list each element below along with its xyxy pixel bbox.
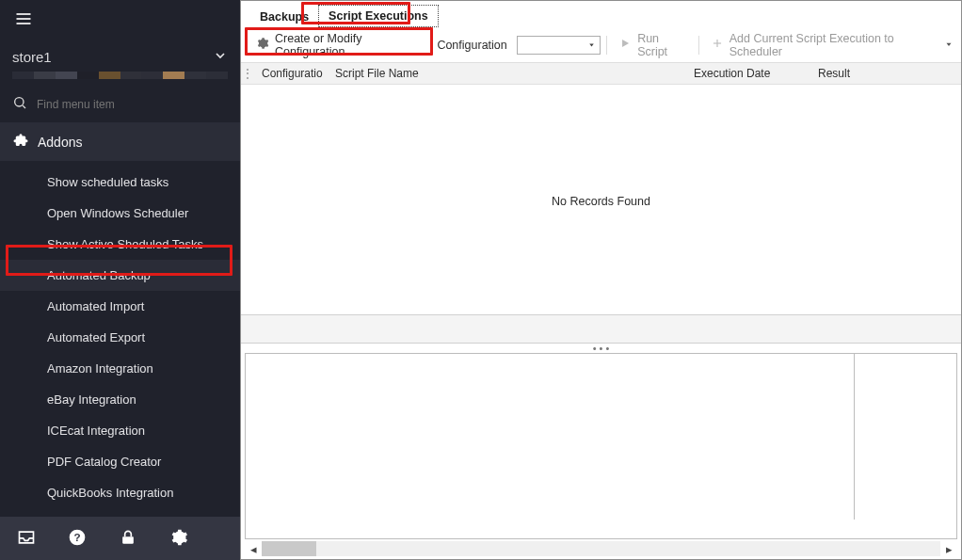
help-icon[interactable]: ? [68,528,87,550]
column-result[interactable]: Result [810,67,961,80]
section-title: Addons [38,135,82,150]
svg-rect-7 [122,536,134,544]
svg-marker-12 [947,43,952,46]
grid-footer [241,315,961,344]
svg-text:?: ? [73,531,80,543]
sidebar-item-automated-import[interactable]: Automated Import [0,291,240,322]
no-records-label: No Records Found [241,195,961,208]
svg-point-3 [15,98,24,106]
grid-body: No Records Found [241,85,961,315]
grid-header: ⋮ Configuratio Script File Name Executio… [241,63,961,85]
horizontal-splitter[interactable]: • • • [241,344,961,353]
section-header-addons[interactable]: Addons [0,122,240,161]
sidebar-item-automated-export[interactable]: Automated Export [0,322,240,353]
add-to-scheduler-button[interactable]: Add Current Script Execution to Schedule… [705,29,938,61]
sidebar-menu: Show scheduled tasksOpen Windows Schedul… [0,161,240,517]
sidebar-item-ebay-integration[interactable]: eBay Integration [0,384,240,415]
sidebar-item-amazon-integration[interactable]: Amazon Integration [0,353,240,384]
main-panel: Backups Script Executions Create or Modi… [240,0,962,560]
toolbar-separator [698,36,699,55]
scroll-thumb[interactable] [262,541,316,556]
tab-script-executions[interactable]: Script Executions [318,5,439,27]
sidebar-bottom-bar: ? [0,517,240,560]
sidebar: store1 Addons Show scheduled tasksOpen W… [0,0,240,560]
sidebar-item-show-scheduled-tasks[interactable]: Show scheduled tasks [0,167,240,198]
sidebar-item-pdf-catalog-creator[interactable]: PDF Catalog Creator [0,446,240,477]
sidebar-item-show-active-sheduled-tasks[interactable]: Show Active Sheduled Tasks [0,229,240,260]
tab-backups[interactable]: Backups [250,7,318,27]
sidebar-item-open-windows-scheduler[interactable]: Open Windows Scheduler [0,198,240,229]
sidebar-item-quickbooks-online[interactable]: QuickBooks Online [0,508,240,517]
create-or-modify-configuration-label: Create or Modify Configuration [275,32,422,58]
toolbar-separator [606,36,607,55]
detail-pane-divider [854,354,855,520]
plus-icon [711,37,724,53]
store-color-stripes [12,72,228,81]
hamburger-menu-button[interactable] [0,0,240,37]
play-icon [618,37,632,53]
lock-icon[interactable] [119,528,137,550]
add-to-scheduler-label: Add Current Script Execution to Schedule… [730,32,933,58]
search-icon [12,95,27,113]
toolbar: Create or Modify Configuration Configura… [241,27,961,63]
sidebar-item-quickbooks-integration[interactable]: QuickBooks Integration [0,477,240,508]
column-configuration[interactable]: Configuratio [254,67,328,80]
sidebar-item-automated-backup[interactable]: Automated Backup [0,260,240,291]
scroll-track[interactable] [262,541,940,556]
detail-pane [245,353,957,539]
menu-search-input[interactable] [37,98,228,111]
scroll-right-arrow[interactable]: ▸ [940,542,957,556]
toolbar-overflow[interactable] [944,38,954,52]
grid-handle-icon[interactable]: ⋮ [241,67,254,80]
scroll-left-arrow[interactable]: ◂ [245,542,262,556]
run-script-label: Run Script [637,32,687,58]
menu-search[interactable] [0,88,240,122]
chevron-down-icon [213,48,228,66]
puzzle-icon [12,132,29,152]
create-or-modify-configuration-button[interactable]: Create or Modify Configuration [250,29,427,61]
main-tabs: Backups Script Executions [241,1,961,27]
column-execution-date[interactable]: Execution Date [686,67,810,80]
configuration-dropdown[interactable] [517,36,601,55]
inbox-icon[interactable] [17,528,36,550]
store-name: store1 [12,49,213,65]
configuration-label: Configuration [433,39,506,52]
column-script-file-name[interactable]: Script File Name [328,67,686,80]
svg-marker-9 [622,40,629,47]
svg-line-4 [23,105,25,108]
sidebar-item-icecat-integration[interactable]: ICEcat Integration [0,415,240,446]
svg-marker-8 [589,43,594,46]
run-script-button[interactable]: Run Script [613,29,693,61]
horizontal-scrollbar[interactable]: ◂ ▸ [245,539,957,558]
store-selector[interactable]: store1 [0,37,240,70]
gear-icon[interactable] [169,528,188,550]
gear-icon [256,37,269,53]
